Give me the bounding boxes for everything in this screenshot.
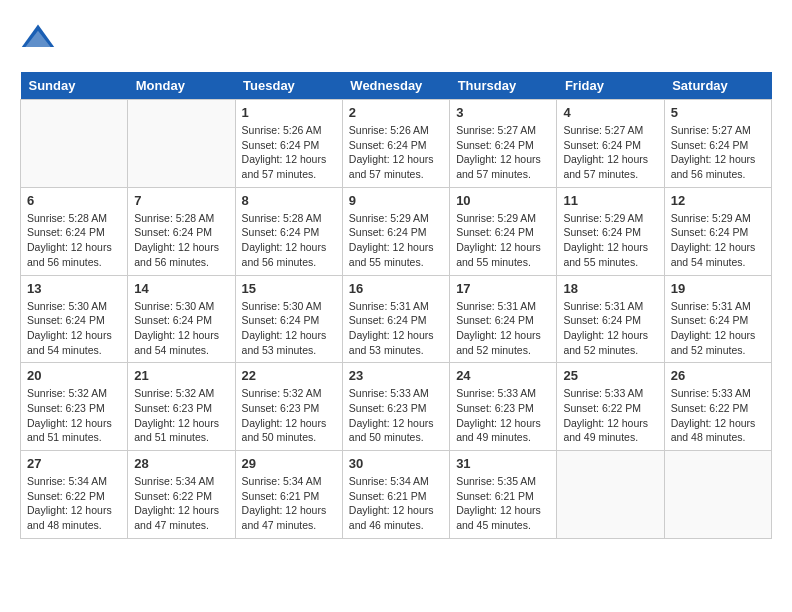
day-number: 28 [134,456,228,471]
day-number: 10 [456,193,550,208]
calendar-cell: 5Sunrise: 5:27 AM Sunset: 6:24 PM Daylig… [664,100,771,188]
day-number: 25 [563,368,657,383]
calendar-cell: 15Sunrise: 5:30 AM Sunset: 6:24 PM Dayli… [235,275,342,363]
calendar-cell: 8Sunrise: 5:28 AM Sunset: 6:24 PM Daylig… [235,187,342,275]
day-number: 30 [349,456,443,471]
cell-text: Sunrise: 5:34 AM Sunset: 6:22 PM Dayligh… [134,474,228,533]
calendar-cell: 21Sunrise: 5:32 AM Sunset: 6:23 PM Dayli… [128,363,235,451]
calendar-week-3: 13Sunrise: 5:30 AM Sunset: 6:24 PM Dayli… [21,275,772,363]
day-number: 13 [27,281,121,296]
day-header-tuesday: Tuesday [235,72,342,100]
calendar-table: SundayMondayTuesdayWednesdayThursdayFrid… [20,72,772,539]
calendar-cell: 12Sunrise: 5:29 AM Sunset: 6:24 PM Dayli… [664,187,771,275]
cell-text: Sunrise: 5:34 AM Sunset: 6:22 PM Dayligh… [27,474,121,533]
cell-text: Sunrise: 5:35 AM Sunset: 6:21 PM Dayligh… [456,474,550,533]
day-number: 22 [242,368,336,383]
calendar-cell: 25Sunrise: 5:33 AM Sunset: 6:22 PM Dayli… [557,363,664,451]
day-header-monday: Monday [128,72,235,100]
day-number: 26 [671,368,765,383]
day-number: 20 [27,368,121,383]
calendar-cell: 16Sunrise: 5:31 AM Sunset: 6:24 PM Dayli… [342,275,449,363]
calendar-cell: 23Sunrise: 5:33 AM Sunset: 6:23 PM Dayli… [342,363,449,451]
cell-text: Sunrise: 5:29 AM Sunset: 6:24 PM Dayligh… [671,211,765,270]
calendar-cell [128,100,235,188]
day-number: 21 [134,368,228,383]
calendar-cell: 7Sunrise: 5:28 AM Sunset: 6:24 PM Daylig… [128,187,235,275]
header-row: SundayMondayTuesdayWednesdayThursdayFrid… [21,72,772,100]
calendar-week-4: 20Sunrise: 5:32 AM Sunset: 6:23 PM Dayli… [21,363,772,451]
calendar-cell: 24Sunrise: 5:33 AM Sunset: 6:23 PM Dayli… [450,363,557,451]
day-number: 1 [242,105,336,120]
calendar-cell: 26Sunrise: 5:33 AM Sunset: 6:22 PM Dayli… [664,363,771,451]
calendar-cell: 19Sunrise: 5:31 AM Sunset: 6:24 PM Dayli… [664,275,771,363]
calendar-cell: 28Sunrise: 5:34 AM Sunset: 6:22 PM Dayli… [128,451,235,539]
cell-text: Sunrise: 5:28 AM Sunset: 6:24 PM Dayligh… [134,211,228,270]
cell-text: Sunrise: 5:29 AM Sunset: 6:24 PM Dayligh… [349,211,443,270]
cell-text: Sunrise: 5:27 AM Sunset: 6:24 PM Dayligh… [671,123,765,182]
day-header-saturday: Saturday [664,72,771,100]
day-number: 8 [242,193,336,208]
calendar-cell: 2Sunrise: 5:26 AM Sunset: 6:24 PM Daylig… [342,100,449,188]
calendar-cell: 11Sunrise: 5:29 AM Sunset: 6:24 PM Dayli… [557,187,664,275]
cell-text: Sunrise: 5:26 AM Sunset: 6:24 PM Dayligh… [349,123,443,182]
cell-text: Sunrise: 5:31 AM Sunset: 6:24 PM Dayligh… [349,299,443,358]
calendar-cell: 17Sunrise: 5:31 AM Sunset: 6:24 PM Dayli… [450,275,557,363]
calendar-cell [557,451,664,539]
day-number: 6 [27,193,121,208]
logo [20,20,62,56]
day-number: 2 [349,105,443,120]
calendar-cell: 4Sunrise: 5:27 AM Sunset: 6:24 PM Daylig… [557,100,664,188]
cell-text: Sunrise: 5:34 AM Sunset: 6:21 PM Dayligh… [242,474,336,533]
day-number: 3 [456,105,550,120]
calendar-week-1: 1Sunrise: 5:26 AM Sunset: 6:24 PM Daylig… [21,100,772,188]
day-number: 14 [134,281,228,296]
cell-text: Sunrise: 5:32 AM Sunset: 6:23 PM Dayligh… [134,386,228,445]
cell-text: Sunrise: 5:28 AM Sunset: 6:24 PM Dayligh… [27,211,121,270]
calendar-cell: 10Sunrise: 5:29 AM Sunset: 6:24 PM Dayli… [450,187,557,275]
day-header-sunday: Sunday [21,72,128,100]
calendar-cell [664,451,771,539]
calendar-cell [21,100,128,188]
day-number: 23 [349,368,443,383]
day-number: 17 [456,281,550,296]
day-header-thursday: Thursday [450,72,557,100]
cell-text: Sunrise: 5:33 AM Sunset: 6:22 PM Dayligh… [563,386,657,445]
cell-text: Sunrise: 5:27 AM Sunset: 6:24 PM Dayligh… [456,123,550,182]
day-number: 11 [563,193,657,208]
page-header [20,20,772,56]
day-number: 7 [134,193,228,208]
calendar-cell: 22Sunrise: 5:32 AM Sunset: 6:23 PM Dayli… [235,363,342,451]
calendar-cell: 27Sunrise: 5:34 AM Sunset: 6:22 PM Dayli… [21,451,128,539]
day-number: 31 [456,456,550,471]
cell-text: Sunrise: 5:30 AM Sunset: 6:24 PM Dayligh… [134,299,228,358]
calendar-cell: 3Sunrise: 5:27 AM Sunset: 6:24 PM Daylig… [450,100,557,188]
day-number: 15 [242,281,336,296]
cell-text: Sunrise: 5:33 AM Sunset: 6:23 PM Dayligh… [456,386,550,445]
cell-text: Sunrise: 5:30 AM Sunset: 6:24 PM Dayligh… [242,299,336,358]
logo-icon [20,20,56,56]
day-number: 27 [27,456,121,471]
cell-text: Sunrise: 5:30 AM Sunset: 6:24 PM Dayligh… [27,299,121,358]
day-header-wednesday: Wednesday [342,72,449,100]
cell-text: Sunrise: 5:32 AM Sunset: 6:23 PM Dayligh… [242,386,336,445]
day-number: 19 [671,281,765,296]
cell-text: Sunrise: 5:32 AM Sunset: 6:23 PM Dayligh… [27,386,121,445]
cell-text: Sunrise: 5:28 AM Sunset: 6:24 PM Dayligh… [242,211,336,270]
calendar-cell: 6Sunrise: 5:28 AM Sunset: 6:24 PM Daylig… [21,187,128,275]
day-number: 18 [563,281,657,296]
cell-text: Sunrise: 5:29 AM Sunset: 6:24 PM Dayligh… [456,211,550,270]
day-number: 9 [349,193,443,208]
calendar-cell: 20Sunrise: 5:32 AM Sunset: 6:23 PM Dayli… [21,363,128,451]
calendar-cell: 13Sunrise: 5:30 AM Sunset: 6:24 PM Dayli… [21,275,128,363]
calendar-cell: 31Sunrise: 5:35 AM Sunset: 6:21 PM Dayli… [450,451,557,539]
cell-text: Sunrise: 5:31 AM Sunset: 6:24 PM Dayligh… [563,299,657,358]
calendar-week-5: 27Sunrise: 5:34 AM Sunset: 6:22 PM Dayli… [21,451,772,539]
calendar-cell: 18Sunrise: 5:31 AM Sunset: 6:24 PM Dayli… [557,275,664,363]
cell-text: Sunrise: 5:33 AM Sunset: 6:23 PM Dayligh… [349,386,443,445]
day-number: 4 [563,105,657,120]
cell-text: Sunrise: 5:27 AM Sunset: 6:24 PM Dayligh… [563,123,657,182]
cell-text: Sunrise: 5:34 AM Sunset: 6:21 PM Dayligh… [349,474,443,533]
day-number: 24 [456,368,550,383]
cell-text: Sunrise: 5:31 AM Sunset: 6:24 PM Dayligh… [671,299,765,358]
calendar-cell: 9Sunrise: 5:29 AM Sunset: 6:24 PM Daylig… [342,187,449,275]
